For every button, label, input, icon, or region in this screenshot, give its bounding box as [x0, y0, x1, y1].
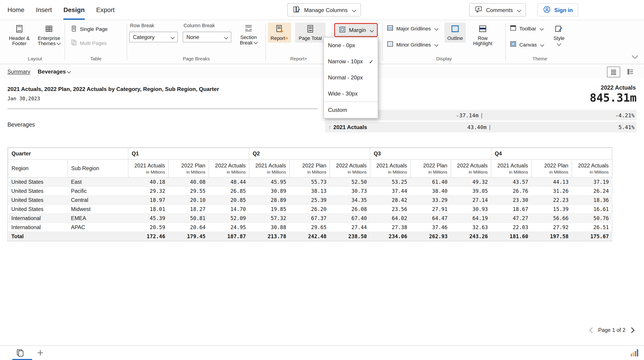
value-cell: 64.19: [451, 214, 491, 223]
next-page-button[interactable]: [629, 327, 635, 333]
major-gridlines-button[interactable]: Major Gridlines: [385, 23, 440, 33]
measure-header: 2021 Actualsin Millions: [370, 159, 411, 177]
margin-menu-item[interactable]: Normal - 20px: [324, 69, 378, 85]
value-cell: 27.92: [532, 223, 572, 232]
tab-export[interactable]: Export: [96, 0, 115, 20]
report-plus-button[interactable]: Report+: [268, 23, 291, 43]
sign-in-button[interactable]: Sign in: [538, 3, 578, 16]
minor-gridlines-button[interactable]: Minor Gridlines: [385, 39, 440, 50]
measure-header: 2022 Actualsin Millions: [451, 159, 491, 177]
chevron-down-icon: [224, 35, 228, 39]
sheet-tab-button[interactable]: [16, 348, 25, 359]
comments-button[interactable]: Comments: [469, 3, 526, 16]
margin-menu-item[interactable]: None - 0px: [324, 37, 378, 53]
chevron-down-icon: [540, 26, 544, 31]
breadcrumb-current[interactable]: Beverages: [38, 68, 70, 75]
total-value-cell: 197.58: [532, 232, 572, 241]
list-view-toggle[interactable]: [607, 67, 620, 77]
total-value-cell: 172.46: [128, 232, 169, 241]
canvas-label: Canvas: [520, 42, 537, 47]
row-highlight-button[interactable]: Row Highlight: [471, 23, 495, 48]
app-window: Home Insert Design Export Manage Columns: [0, 0, 644, 360]
section-break-label: Section Break: [237, 35, 260, 46]
value-cell: 34.35: [330, 196, 370, 205]
header-footer-button[interactable]: Header & Footer: [8, 23, 31, 48]
category-section-label: Beverages: [8, 121, 35, 128]
chevron-down-icon: [254, 40, 258, 44]
prev-page-button[interactable]: [589, 327, 595, 333]
value-cell: 26.85: [209, 186, 249, 196]
margin-menu-item[interactable]: Custom: [324, 102, 378, 118]
value-cell: 39.05: [451, 186, 491, 196]
chevron-down-icon: [557, 42, 561, 46]
margin-menu-item[interactable]: Wide - 30px: [324, 85, 378, 102]
value-cell: 30.73: [330, 186, 370, 196]
value-cell: 29.55: [168, 186, 209, 196]
top-menu-bar: Home Insert Design Export Manage Columns: [0, 0, 644, 20]
value-cell: 67.37: [290, 214, 330, 223]
canvas-button[interactable]: Canvas: [508, 39, 546, 50]
style-button[interactable]: Style: [550, 23, 568, 47]
column-break-select[interactable]: None: [183, 32, 231, 42]
margin-button[interactable]: Margin: [334, 23, 378, 37]
add-sheet-button[interactable]: [36, 349, 44, 359]
collapse-ribbon-button[interactable]: [632, 53, 638, 60]
multi-pages-button[interactable]: Multi Pages: [69, 38, 108, 48]
value-cell: 53.25: [370, 177, 411, 186]
measure-unit: in Millions: [212, 169, 246, 174]
value-cell: 28.89: [249, 196, 290, 205]
toolbar-button[interactable]: Toolbar: [508, 23, 546, 33]
value-cell: 67.40: [330, 214, 370, 223]
menu-item-label: Narrow - 10px: [328, 58, 363, 64]
manage-columns-button[interactable]: Manage Columns: [287, 3, 361, 16]
total-value-cell: 262.93: [410, 232, 451, 241]
measure-header: 2022 Actualsin Millions: [572, 159, 612, 177]
breadcrumb: Summary Beverages: [0, 64, 644, 79]
total-value-cell: 242.48: [290, 232, 330, 241]
tab-insert[interactable]: Insert: [36, 0, 52, 20]
report-date: Jan 30,2023: [8, 96, 40, 101]
page-total-button[interactable]: Page Total: [295, 23, 326, 43]
measure-unit: in Millions: [132, 169, 165, 174]
value-cell: 15.39: [532, 205, 572, 214]
outline-button[interactable]: Outline: [444, 23, 466, 43]
margin-menu-item[interactable]: Narrow - 10px✓: [324, 53, 378, 70]
subregion-cell: Midwest: [68, 205, 128, 214]
value-cell: 19.85: [249, 205, 290, 214]
subregion-cell: East: [68, 177, 128, 186]
measure-name: 2022 Actuals: [575, 162, 608, 169]
measure-name: 2022 Plan: [535, 162, 568, 169]
subregion-cell: APAC: [68, 223, 128, 232]
value-cell: 27.44: [330, 223, 370, 232]
chevron-down-icon: [434, 43, 438, 47]
table-row: United StatesMidwest18.0118.2714.7019.85…: [8, 205, 612, 214]
value-cell: 30.93: [451, 205, 491, 214]
measure-header: 2021 Actualsin Millions: [249, 159, 290, 177]
column-break-field: Column Break None: [183, 22, 231, 42]
measure-unit: in Millions: [253, 169, 286, 174]
section-break-button[interactable]: Section Break: [236, 22, 261, 47]
measure-unit: in Millions: [495, 169, 528, 174]
single-page-button[interactable]: Single Page: [69, 24, 109, 34]
value-cell: 18.36: [572, 196, 612, 205]
report-plus-icon: [275, 24, 284, 34]
value-cell: 20.59: [128, 223, 169, 232]
value-cell: 45.95: [249, 177, 290, 186]
sign-in-label: Sign in: [554, 7, 573, 13]
measure-unit: in Millions: [293, 169, 326, 174]
major-gridlines-label: Major Gridlines: [396, 26, 431, 31]
detail-view-toggle[interactable]: [624, 67, 636, 77]
column-break-value: None: [186, 34, 199, 40]
style-icon: [554, 24, 564, 34]
breadcrumb-summary-link[interactable]: Summary: [8, 68, 30, 75]
value-cell: 56.66: [532, 214, 572, 223]
ribbon: Header & Footer Enterprise Themes Layout: [0, 20, 644, 64]
region-cell: United States: [8, 186, 68, 196]
value-cell: 24.95: [209, 223, 249, 232]
kpi-delta: -37.14m: [456, 112, 478, 118]
tab-home[interactable]: Home: [8, 0, 24, 20]
tab-design[interactable]: Design: [63, 0, 85, 20]
enterprise-themes-button[interactable]: Enterprise Themes: [36, 23, 62, 48]
measure-unit: in Millions: [454, 169, 488, 174]
row-break-select[interactable]: Category: [129, 32, 178, 42]
